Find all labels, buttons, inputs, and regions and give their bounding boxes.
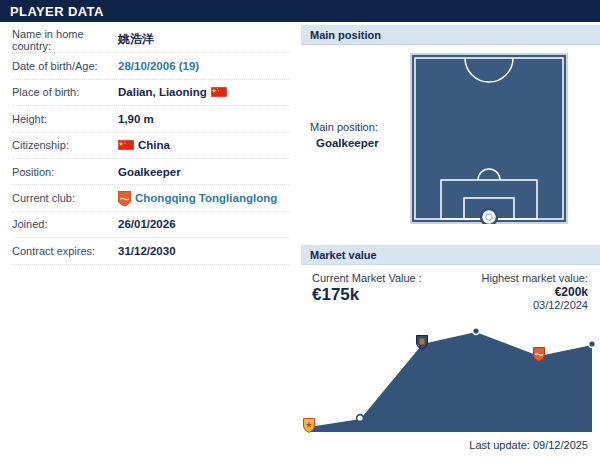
info-label: Contract expires: [12,245,118,257]
info-value-text: 28/10/2006 (19) [118,60,199,72]
highest-market-value-date: 03/12/2024 [533,299,588,311]
player-info-table: Name in home country:姚浩洋Date of birth/Ag… [0,22,297,463]
info-label: Joined: [12,218,118,230]
info-value-text: 姚浩洋 [118,31,154,48]
current-market-value-label: Current Market Value : [312,272,422,284]
info-value[interactable]: 28/10/2006 (19) [118,60,199,72]
player-data-page: PLAYER DATA Name in home country:姚浩洋Date… [0,0,600,463]
table-row: Place of birth:Dalian, Liaoning [12,80,289,106]
info-value-text: Goalkeeper [118,166,181,178]
info-label: Name in home country: [12,28,118,52]
chart-point-dot[interactable] [473,328,480,335]
highest-market-value: €200k [555,285,588,299]
info-value-text: Dalian, Liaoning [118,86,207,98]
page-title: PLAYER DATA [0,3,104,19]
club-crest-orange-icon [118,191,131,206]
main-position-panel-header: Main position [301,25,600,45]
china-flag-icon [211,87,227,97]
market-value-panel-header: Market value [301,245,600,265]
goalkeeper-position-marker-inner [486,214,492,220]
chart-point-open-dot[interactable] [357,415,364,422]
market-value-chart[interactable] [303,312,597,437]
club-crest-orange-icon [118,191,131,206]
table-row: Citizenship:China [12,133,289,159]
pitch-graphic [410,53,568,224]
info-value-text: China [138,139,170,151]
table-row: Joined:26/01/2026 [12,212,289,238]
info-value: 31/12/2030 [118,245,176,257]
info-value: 姚浩洋 [118,31,154,48]
info-value-text: 1,90 m [118,113,154,125]
table-row: Contract expires:31/12/2030 [12,238,289,264]
info-value: Dalian, Liaoning [118,86,227,98]
highest-market-value-label: Highest market value: [482,272,588,284]
table-row: Date of birth/Age:28/10/2006 (19) [12,53,289,79]
market-value-panel-title: Market value [301,249,377,261]
info-value-text: 26/01/2026 [118,218,176,230]
chart-point-crest-orange-icon[interactable] [534,348,545,362]
info-value: China [118,139,170,151]
table-row: Current club:Chongqing Tonglianglong [12,185,289,211]
info-value-text: 31/12/2030 [118,245,176,257]
main-position-label: Main position: [310,121,378,133]
china-flag-icon [211,87,227,97]
table-row: Name in home country:姚浩洋 [12,27,289,53]
table-row: Position:Goalkeeper [12,159,289,185]
chart-area-fill [309,331,592,432]
info-label: Position: [12,166,118,178]
china-flag-icon [118,140,134,150]
info-label: Current club: [12,192,118,204]
chart-point-dot[interactable] [589,341,596,348]
main-position-panel-title: Main position [301,29,381,41]
info-value[interactable]: Chongqing Tonglianglong [118,191,277,206]
info-value-text: Chongqing Tonglianglong [135,192,277,204]
table-row: Height:1,90 m [12,106,289,132]
info-label: Height: [12,113,118,125]
last-update-text: Last update: 09/12/2025 [469,439,588,451]
info-value: 1,90 m [118,113,154,125]
chart-point-crest-gold-icon[interactable] [304,419,315,433]
current-market-value: €175k [312,285,359,305]
info-label: Citizenship: [12,139,118,151]
info-value: Goalkeeper [118,166,181,178]
info-value: 26/01/2026 [118,218,176,230]
main-position-value: Goalkeeper [316,137,379,149]
page-header-bar: PLAYER DATA [0,0,600,22]
info-label: Place of birth: [12,86,118,98]
info-label: Date of birth/Age: [12,60,118,72]
china-flag-icon [118,140,134,150]
chart-point-crest-navy-icon[interactable] [417,336,428,350]
